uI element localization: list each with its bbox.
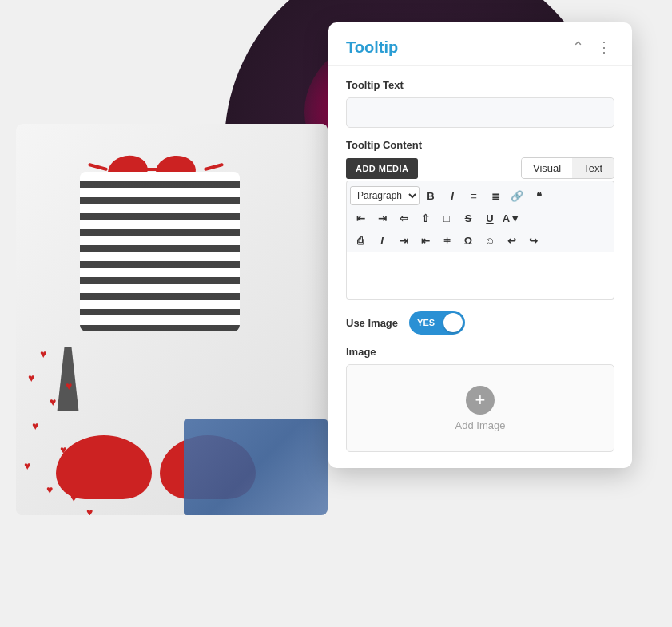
heart-9: ♥ xyxy=(70,491,77,504)
fashion-photo: ♥ ♥ ♥ ♥ ♥ ♥ ♥ ♥ ♥ ♥ xyxy=(16,124,328,515)
heart-7: ♥ xyxy=(46,483,53,496)
font-color-button[interactable]: A▼ xyxy=(501,208,522,228)
tooltip-text-label: Tooltip Text xyxy=(346,79,614,91)
sg-arm-left xyxy=(88,163,108,171)
editor-toolbar: Paragraph Heading 1 Heading 2 Heading 3 … xyxy=(346,181,614,252)
image-label: Image xyxy=(346,346,614,358)
tab-visual[interactable]: Visual xyxy=(522,158,572,178)
panel-controls: ⌃ ⋮ xyxy=(569,37,614,58)
toolbar-row-3: ⎙ I ⇥ ⇤ ⧧ Ω ☺ ↩ ↪ xyxy=(350,229,610,252)
tooltip-panel: Tooltip ⌃ ⋮ Tooltip Text Tooltip Content… xyxy=(328,22,632,468)
bold-button[interactable]: B xyxy=(420,186,441,205)
table-button[interactable]: □ xyxy=(436,208,457,228)
add-image-label: Add Image xyxy=(455,419,506,431)
more-icon[interactable]: ⋮ xyxy=(594,37,614,58)
heart-3: ♥ xyxy=(50,395,56,408)
outdent-button[interactable]: ⇤ xyxy=(415,231,435,250)
use-image-label: Use Image xyxy=(346,317,398,329)
collapse-icon[interactable]: ⌃ xyxy=(569,37,587,58)
italic2-button[interactable]: I xyxy=(372,231,392,250)
blockquote-button[interactable]: ❝ xyxy=(528,186,549,205)
special-char-button[interactable]: Ω xyxy=(458,231,479,250)
italic-button[interactable]: I xyxy=(442,186,463,205)
toggle-yes-label: YES xyxy=(411,318,435,327)
undo-button[interactable]: ↩ xyxy=(501,231,522,250)
heart-8: ♥ xyxy=(66,379,72,392)
emoji-button[interactable]: ☺ xyxy=(479,231,500,250)
tooltip-text-input[interactable] xyxy=(346,97,614,128)
fullscreen-button[interactable]: ⧧ xyxy=(436,231,457,250)
underline-button[interactable]: U xyxy=(479,208,500,228)
shoe-left xyxy=(56,435,152,499)
use-image-row: Use Image YES xyxy=(346,311,614,335)
link-button[interactable]: 🔗 xyxy=(507,186,527,205)
paste-text-button[interactable]: ⎙ xyxy=(350,231,371,250)
paragraph-select[interactable]: Paragraph Heading 1 Heading 2 Heading 3 xyxy=(350,186,420,205)
sg-arm-right xyxy=(204,163,224,171)
tab-text[interactable]: Text xyxy=(572,158,614,178)
striped-shirt xyxy=(80,172,240,331)
photo-content: ♥ ♥ ♥ ♥ ♥ ♥ ♥ ♥ ♥ ♥ xyxy=(16,124,328,515)
ul-button[interactable]: ≡ xyxy=(463,186,484,205)
panel-header: Tooltip ⌃ ⋮ xyxy=(328,22,632,66)
tab-group: Visual Text xyxy=(521,157,614,179)
strikethrough-button[interactable]: S xyxy=(458,208,479,228)
use-image-toggle[interactable]: YES xyxy=(409,311,465,335)
tooltip-content-label: Tooltip Content xyxy=(346,139,422,151)
jeans xyxy=(184,419,328,515)
toolbar-row-2: ⇤ ⇥ ⇦ ⇧ □ S U A▼ xyxy=(350,207,610,229)
toolbar-top-row: ADD MEDIA Visual Text xyxy=(346,157,614,179)
toggle-knob xyxy=(443,313,463,332)
redo-button[interactable]: ↪ xyxy=(523,231,543,250)
indent-button[interactable]: ⇥ xyxy=(393,231,414,250)
add-media-button[interactable]: ADD MEDIA xyxy=(346,158,418,179)
align-justify-button[interactable]: ⇧ xyxy=(415,208,435,228)
shirt-stripes xyxy=(80,172,240,331)
ol-button[interactable]: ≣ xyxy=(485,186,506,205)
tooltip-content-label-row: Tooltip Content xyxy=(346,139,614,151)
heart-4: ♥ xyxy=(32,419,38,432)
image-upload-area[interactable]: + Add Image xyxy=(346,364,614,452)
heart-10: ♥ xyxy=(86,506,93,515)
toolbar-row-1: Paragraph Heading 1 Heading 2 Heading 3 … xyxy=(350,185,610,207)
add-image-icon: + xyxy=(466,386,495,415)
align-left-button[interactable]: ⇤ xyxy=(350,208,371,228)
align-center-button[interactable]: ⇥ xyxy=(372,208,392,228)
editor-content-area[interactable] xyxy=(346,252,614,300)
align-right-button[interactable]: ⇦ xyxy=(393,208,414,228)
panel-body: Tooltip Text Tooltip Content ADD MEDIA V… xyxy=(328,66,632,468)
sg-bridge xyxy=(145,168,160,171)
heart-1: ♥ xyxy=(40,347,46,360)
heart-5: ♥ xyxy=(60,443,66,456)
heart-6: ♥ xyxy=(24,459,30,472)
heart-2: ♥ xyxy=(28,371,34,384)
panel-title: Tooltip xyxy=(346,38,398,57)
